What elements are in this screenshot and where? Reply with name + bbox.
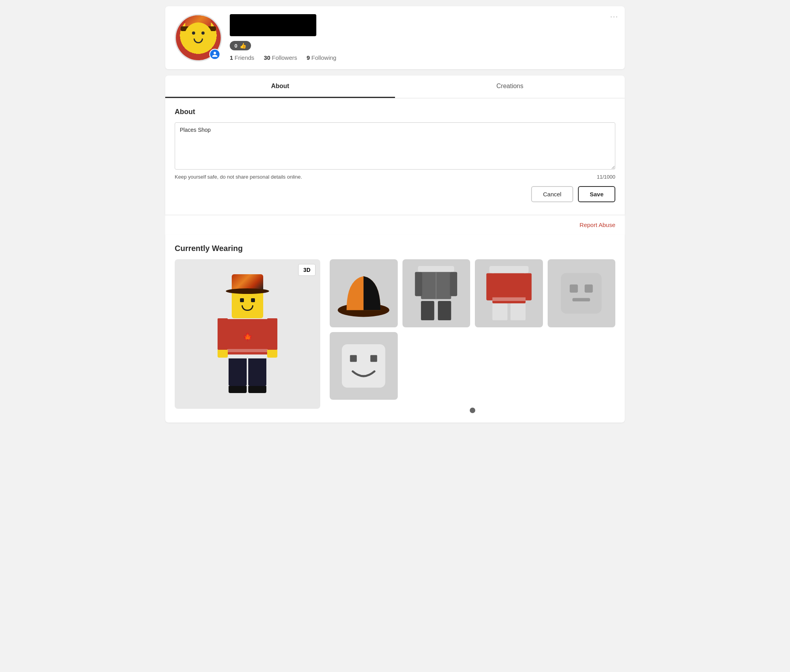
about-textarea[interactable]: Places Shop [175,122,615,170]
avatar-smile [194,39,203,43]
followers-label: Followers [272,54,297,61]
items-panel [330,259,615,413]
char-leg-right [248,358,266,386]
options-button[interactable]: ··· [610,13,618,21]
item-jacket-thumb[interactable] [475,259,543,327]
char-eye-right [251,298,255,302]
char-hand-left [218,350,228,358]
followers-stat: 30 Followers [264,54,297,61]
svg-rect-1 [418,266,454,272]
char-hand-right [267,350,277,358]
thumbs-up-icon: 👍 [240,42,246,49]
svg-rect-16 [570,284,578,293]
item-grey-head-thumb[interactable] [548,259,616,327]
character-display: 🍁 [208,275,287,393]
outfit-icon [412,266,460,320]
action-buttons: Cancel Save [175,186,615,205]
profile-info: 0 👍 1 Friends 30 Followers 9 [230,14,615,61]
following-stat: 9 Following [306,54,336,61]
about-title: About [175,108,615,116]
view-3d-button[interactable]: 3D [298,264,316,276]
username-bar [230,14,316,36]
svg-rect-10 [486,273,493,301]
svg-rect-11 [524,273,531,301]
char-eye-left [240,298,244,302]
char-hat [226,275,269,294]
hat-icon [336,266,391,320]
svg-rect-4 [450,272,457,296]
profile-header: 0 👍 1 Friends 30 Followers 9 [175,14,615,61]
char-head [232,291,263,318]
stats-row: 1 Friends 30 Followers 9 Following [230,54,615,61]
report-abuse-button[interactable]: Report Abuse [580,222,615,228]
safety-text: Keep yourself safe, do not share persona… [175,174,302,180]
profile-card: 0 👍 1 Friends 30 Followers 9 [165,6,625,69]
cancel-button[interactable]: Cancel [531,186,573,202]
tabs-row: About Creations [165,76,625,98]
avatar-eye-left [192,31,195,35]
char-body-row: 🍁 [216,318,279,358]
char-hat-body [232,274,263,290]
svg-rect-13 [492,303,507,320]
char-hat-brim [226,288,269,294]
svg-rect-18 [572,298,590,301]
item-outfit-thumb[interactable] [402,259,471,327]
save-button[interactable]: Save [578,186,615,202]
char-legs [229,358,266,393]
char-count-row: Keep yourself safe, do not share persona… [175,174,615,180]
pagination-dot-1[interactable] [470,408,475,413]
jacket-icon [484,266,534,320]
friends-label: Friends [234,54,254,61]
char-arm-right [267,318,277,350]
char-foot-left [229,386,247,393]
svg-rect-6 [438,301,451,320]
char-torso: 🍁 [228,319,267,354]
report-row: Report Abuse [165,215,625,234]
wearing-content: 3D [175,259,615,413]
svg-rect-8 [489,266,528,273]
wearing-title: Currently Wearing [175,244,615,253]
followers-count: 30 [264,54,270,61]
smiley-head-icon [339,342,388,390]
person-icon [212,51,218,57]
svg-rect-3 [415,272,422,296]
char-smile [242,305,253,311]
item-hat-thumb[interactable] [330,259,398,327]
grey-head-icon [557,270,605,317]
tabs-container: About Creations [165,76,625,98]
about-section: About Places Shop Keep yourself safe, do… [165,98,625,215]
svg-rect-12 [492,297,525,301]
item-smiley-thumb[interactable] [330,332,398,400]
svg-rect-17 [585,284,593,293]
svg-rect-14 [510,303,525,320]
avatar-face [185,22,212,50]
char-leg-left [229,358,247,386]
tab-about[interactable]: About [165,76,395,98]
char-left-arm-group [218,318,228,358]
avatar-badge [209,49,220,60]
pagination-row [330,408,615,413]
svg-rect-19 [342,344,385,388]
avatar-eye-right [201,31,205,35]
svg-rect-21 [370,355,377,362]
likes-count: 0 [234,43,237,49]
torso-stripe [228,349,267,352]
avatar-3d-viewer: 3D [175,259,320,409]
like-badge: 0 👍 [230,41,251,50]
avatar-wrapper [175,14,222,61]
char-right-arm-group [267,318,277,358]
char-arm-left [218,318,228,350]
tab-creations[interactable]: Creations [395,76,625,98]
char-right-leg-group [248,358,266,393]
items-grid [330,259,615,400]
wearing-section: Currently Wearing 3D [165,234,625,423]
following-label: Following [312,54,336,61]
char-count: 11/1000 [597,174,615,180]
following-count: 9 [306,54,310,61]
char-left-leg-group [229,358,247,393]
svg-rect-5 [421,301,434,320]
char-eyes [240,298,255,302]
avatar-eyes [192,31,205,35]
char-foot-right [248,386,266,393]
friends-count: 1 [230,54,233,61]
